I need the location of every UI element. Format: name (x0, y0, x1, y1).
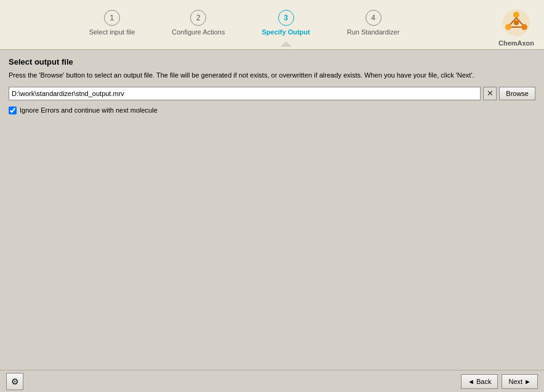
logo-area: ChemAxon (489, 5, 544, 49)
browse-button[interactable]: Browse (499, 87, 535, 100)
footer-left: ⚙ (6, 373, 23, 390)
ignore-errors-checkbox[interactable] (9, 106, 17, 114)
step-4-circle: 4 (366, 10, 382, 26)
ignore-errors-label: Ignore Errors and continue with next mol… (20, 106, 158, 114)
step-2-label: Configure Actions (172, 28, 225, 36)
step-3: 3 Specify Output (262, 10, 310, 36)
step-2-circle: 2 (190, 10, 206, 26)
main-content: Select output file Press the 'Browse' bu… (0, 50, 544, 370)
settings-icon: ⚙ (11, 377, 19, 386)
step-1: 1 Select input file (89, 10, 135, 36)
clear-button[interactable]: ✕ (483, 87, 497, 100)
svg-point-1 (513, 12, 519, 18)
file-path-input[interactable] (9, 87, 481, 100)
chemaxon-logo-icon (501, 7, 532, 38)
svg-point-7 (514, 20, 519, 25)
file-row: ✕ Browse (9, 87, 535, 100)
step-4-label: Run Standardizer (347, 28, 400, 36)
step-4: 4 Run Standardizer (347, 10, 400, 36)
step-3-circle: 3 (278, 10, 294, 26)
wizard-header: 1 Select input file 2 Configure Actions … (0, 0, 544, 50)
logo-text: ChemAxon (498, 39, 534, 47)
svg-point-2 (521, 24, 527, 30)
footer-right: ◄ Back Next ► (461, 374, 538, 389)
back-button[interactable]: ◄ Back (461, 374, 498, 389)
step-1-label: Select input file (89, 28, 135, 36)
section-description: Press the 'Browse' button to select an o… (9, 70, 535, 81)
step-1-circle: 1 (104, 10, 120, 26)
svg-point-3 (505, 24, 511, 30)
checkbox-row: Ignore Errors and continue with next mol… (9, 106, 535, 114)
settings-button[interactable]: ⚙ (6, 373, 23, 390)
section-title: Select output file (9, 57, 535, 66)
wizard-steps: 1 Select input file 2 Configure Actions … (0, 5, 489, 36)
step-2: 2 Configure Actions (172, 10, 225, 36)
next-button[interactable]: Next ► (502, 374, 538, 389)
step-3-label: Specify Output (262, 28, 310, 36)
footer: ⚙ ◄ Back Next ► (0, 370, 544, 392)
